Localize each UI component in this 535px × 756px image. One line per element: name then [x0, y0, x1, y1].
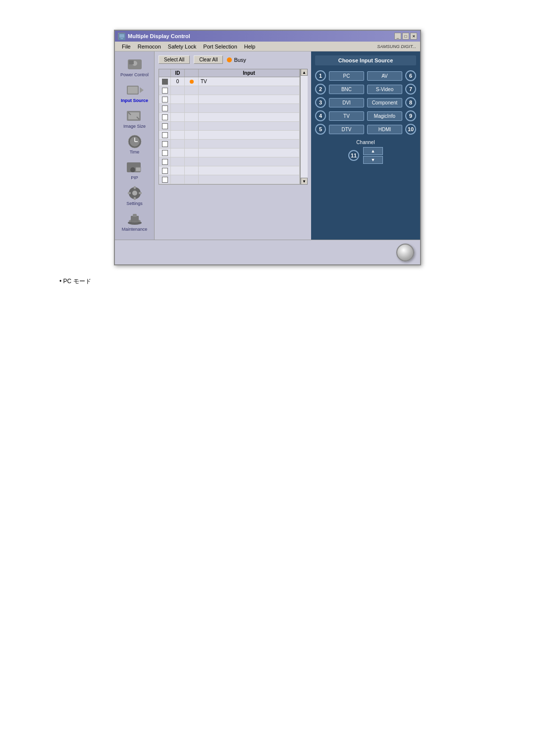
power-control-icon — [126, 57, 144, 71]
checkbox[interactable] — [162, 88, 168, 94]
sidebar-item-power-control[interactable]: Power Control — [117, 55, 153, 79]
input-row: 3DVIComponent8 — [315, 97, 416, 108]
table-cell-input — [199, 86, 300, 95]
table-cell-check[interactable] — [159, 149, 171, 157]
channel-control-row: 11 ▲ ▼ — [315, 147, 416, 164]
sidebar-item-settings[interactable]: Settings — [117, 184, 153, 208]
svg-rect-5 — [129, 60, 134, 64]
table-row[interactable] — [159, 104, 300, 113]
table-cell-check[interactable] — [159, 86, 171, 95]
table-row[interactable] — [159, 131, 300, 140]
samsung-logo: SAMSUNG DIGIT... — [377, 44, 416, 49]
sidebar-item-image-size[interactable]: Image Size — [117, 107, 153, 131]
apply-button[interactable] — [396, 244, 414, 261]
image-size-icon — [126, 109, 144, 123]
table-row[interactable] — [159, 175, 300, 184]
table-row[interactable] — [159, 95, 300, 104]
checkbox[interactable] — [162, 168, 168, 174]
input-source-icon — [126, 83, 144, 97]
input-btn-dtv[interactable]: DTV — [329, 125, 364, 134]
menu-file[interactable]: File — [119, 43, 134, 50]
table-cell-input: TV — [199, 77, 300, 86]
sidebar-item-input-source[interactable]: Input Source — [117, 81, 153, 105]
input-number-3: 3 — [315, 97, 326, 108]
table-header-id: ID — [171, 69, 185, 77]
input-btn-bnc[interactable]: BNC — [329, 85, 364, 94]
scroll-down-button[interactable]: ▼ — [301, 178, 308, 185]
maximize-button[interactable]: □ — [402, 33, 409, 40]
input-btn-tv[interactable]: TV — [329, 111, 364, 121]
minimize-button[interactable]: _ — [394, 33, 401, 40]
table-header-input: Input — [199, 69, 300, 77]
checkbox[interactable] — [162, 97, 168, 102]
table-row[interactable] — [159, 140, 300, 149]
input-btn-s-video[interactable]: S-Video — [367, 85, 402, 94]
table-cell-check[interactable] — [159, 131, 171, 139]
table-cell-id — [171, 104, 185, 112]
clear-all-button[interactable]: Clear All — [194, 55, 223, 64]
window-icon — [118, 33, 125, 40]
checkbox[interactable] — [162, 123, 168, 129]
table-body: 0TV — [159, 77, 300, 184]
menu-help[interactable]: Help — [241, 43, 259, 50]
sidebar-item-time[interactable]: Time — [117, 133, 153, 156]
table-cell-input — [199, 157, 300, 166]
input-btn-component[interactable]: Component — [367, 98, 402, 107]
channel-controls: ▲ ▼ — [363, 147, 383, 164]
table-cell-check[interactable] — [159, 113, 171, 121]
checkbox[interactable] — [162, 159, 168, 165]
select-all-button[interactable]: Select All — [159, 55, 190, 64]
input-btn-dvi[interactable]: DVI — [329, 98, 364, 107]
checkbox[interactable] — [162, 177, 168, 183]
table-container: ID Input 0TV — [159, 69, 300, 185]
input-btn-pc[interactable]: PC — [329, 71, 364, 81]
table-row[interactable] — [159, 113, 300, 122]
input-source-panel: Choose Input Source 1PCAV62BNCS-Video73D… — [311, 51, 420, 240]
checkbox[interactable] — [162, 105, 168, 111]
channel-up-button[interactable]: ▲ — [363, 147, 383, 155]
table-cell-check[interactable] — [159, 77, 171, 86]
table-cell-check[interactable] — [159, 122, 171, 130]
main-content: Power Control Input Source — [115, 51, 420, 240]
input-btn-hdmi[interactable]: HDMI — [367, 125, 402, 134]
scroll-up-button[interactable]: ▲ — [301, 69, 308, 76]
checkbox[interactable] — [162, 132, 168, 138]
input-btn-magicinfo[interactable]: MagicInfo — [367, 111, 402, 121]
table-row[interactable] — [159, 86, 300, 95]
time-icon — [126, 135, 144, 149]
menu-safety-lock[interactable]: Safety Lock — [165, 43, 199, 50]
table-cell-check[interactable] — [159, 140, 171, 148]
busy-indicator: Busy — [227, 57, 246, 63]
table-cell-check[interactable] — [159, 175, 171, 184]
checkbox[interactable] — [162, 150, 168, 156]
scrollbar[interactable]: ▲ ▼ — [300, 69, 307, 185]
svg-rect-1 — [119, 34, 124, 38]
table-cell-check[interactable] — [159, 157, 171, 166]
table-cell-dot — [185, 166, 199, 175]
checkbox[interactable] — [162, 141, 168, 147]
svg-point-19 — [130, 167, 135, 172]
table-cell-check[interactable] — [159, 166, 171, 175]
checkbox[interactable] — [162, 114, 168, 120]
menu-port-selection[interactable]: Port Selection — [200, 43, 240, 50]
table-cell-id — [171, 95, 185, 103]
table-row[interactable] — [159, 149, 300, 157]
menu-items: File Remocon Safety Lock Port Selection … — [119, 43, 258, 50]
close-button[interactable]: ✕ — [410, 33, 417, 40]
table-row[interactable] — [159, 157, 300, 166]
table-cell-check[interactable] — [159, 104, 171, 112]
sidebar-item-pip[interactable]: PIP — [117, 158, 153, 182]
table-row[interactable] — [159, 166, 300, 175]
input-btn-av[interactable]: AV — [367, 71, 402, 81]
table-cell-input — [199, 122, 300, 130]
table-cell-id — [171, 149, 185, 157]
busy-label: Busy — [234, 57, 246, 63]
sidebar-item-maintenance[interactable]: Maintenance — [117, 210, 153, 234]
checkbox[interactable] — [162, 79, 168, 85]
table-row[interactable] — [159, 122, 300, 131]
menu-remocon[interactable]: Remocon — [135, 43, 164, 50]
channel-down-button[interactable]: ▼ — [363, 156, 383, 164]
table-cell-id — [171, 175, 185, 184]
table-row[interactable]: 0TV — [159, 77, 300, 86]
table-cell-check[interactable] — [159, 95, 171, 103]
